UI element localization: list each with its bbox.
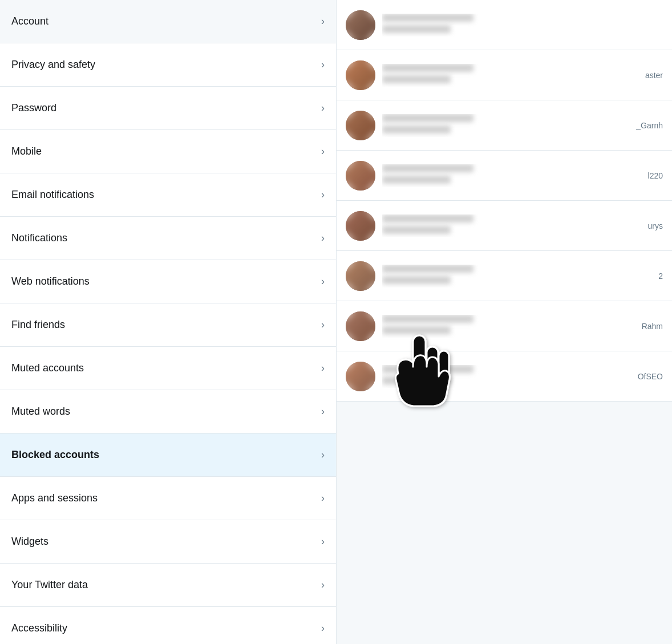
list-item: _Garnh xyxy=(337,100,672,151)
list-item: Rahm xyxy=(337,301,672,351)
menu-item-label-apps-and-sessions: Apps and sessions xyxy=(11,492,98,504)
suffix-text: OfSEO xyxy=(638,372,663,381)
avatar xyxy=(346,311,375,341)
user-info xyxy=(382,365,629,388)
menu-item-web-notifications[interactable]: Web notifications› xyxy=(0,260,336,303)
suffix-text: urys xyxy=(648,221,663,230)
menu-item-label-privacy-and-safety: Privacy and safety xyxy=(11,59,95,71)
menu-item-mobile[interactable]: Mobile› xyxy=(0,130,336,173)
blurred-handle xyxy=(382,326,451,334)
list-item: aster xyxy=(337,50,672,100)
menu-item-label-accessibility: Accessibility xyxy=(11,622,67,634)
chevron-icon-privacy-and-safety: › xyxy=(321,59,325,71)
list-item: 2 xyxy=(337,251,672,301)
user-info xyxy=(382,114,627,137)
user-info xyxy=(382,164,639,187)
menu-item-label-widgets: Widgets xyxy=(11,536,48,548)
menu-item-apps-and-sessions[interactable]: Apps and sessions› xyxy=(0,477,336,520)
suffix-text: aster xyxy=(645,71,663,80)
blurred-username xyxy=(382,365,473,373)
menu-item-accessibility[interactable]: Accessibility› xyxy=(0,607,336,644)
suffix-text: Rahm xyxy=(642,322,663,331)
avatar xyxy=(346,261,375,291)
menu-item-password[interactable]: Password› xyxy=(0,87,336,130)
chevron-icon-apps-and-sessions: › xyxy=(321,492,325,504)
user-info xyxy=(382,214,639,237)
blurred-handle xyxy=(382,226,451,234)
chevron-icon-email-notifications: › xyxy=(321,189,325,201)
suffix-text: _Garnh xyxy=(636,121,663,130)
menu-item-find-friends[interactable]: Find friends› xyxy=(0,303,336,347)
blurred-handle xyxy=(382,276,451,284)
menu-item-label-muted-words: Muted words xyxy=(11,406,70,418)
user-info xyxy=(382,14,663,37)
list-item xyxy=(337,0,672,50)
blurred-username xyxy=(382,315,473,323)
user-info xyxy=(382,315,633,338)
menu-item-label-muted-accounts: Muted accounts xyxy=(11,362,84,374)
chevron-icon-notifications: › xyxy=(321,232,325,244)
user-info xyxy=(382,265,649,287)
menu-item-blocked-accounts[interactable]: Blocked accounts› xyxy=(0,434,336,477)
menu-item-label-password: Password xyxy=(11,102,56,114)
blurred-username xyxy=(382,114,473,122)
blurred-handle xyxy=(382,125,451,133)
right-panel: aster_Garnhl220urys2RahmOfSEO xyxy=(337,0,672,644)
chevron-icon-your-twitter-data: › xyxy=(321,579,325,591)
blurred-username xyxy=(382,14,473,22)
list-item: urys xyxy=(337,201,672,251)
chevron-icon-muted-words: › xyxy=(321,406,325,418)
menu-item-label-email-notifications: Email notifications xyxy=(11,189,94,201)
avatar xyxy=(346,362,375,391)
avatar xyxy=(346,211,375,241)
chevron-icon-password: › xyxy=(321,102,325,114)
blurred-handle xyxy=(382,376,451,384)
menu-item-label-web-notifications: Web notifications xyxy=(11,276,90,287)
chevron-icon-blocked-accounts: › xyxy=(321,449,325,461)
menu-item-privacy-and-safety[interactable]: Privacy and safety› xyxy=(0,43,336,87)
menu-item-label-your-twitter-data: Your Twitter data xyxy=(11,579,88,591)
menu-item-label-mobile: Mobile xyxy=(11,145,42,157)
menu-item-email-notifications[interactable]: Email notifications› xyxy=(0,173,336,217)
blurred-handle xyxy=(382,75,451,83)
menu-item-muted-words[interactable]: Muted words› xyxy=(0,390,336,434)
menu-item-notifications[interactable]: Notifications› xyxy=(0,217,336,260)
blurred-username xyxy=(382,265,473,273)
settings-menu: Account›Privacy and safety›Password›Mobi… xyxy=(0,0,337,644)
blurred-handle xyxy=(382,176,451,184)
avatar xyxy=(346,10,375,40)
user-info xyxy=(382,64,636,87)
blurred-handle xyxy=(382,25,451,33)
chevron-icon-widgets: › xyxy=(321,536,325,548)
chevron-icon-find-friends: › xyxy=(321,319,325,331)
suffix-text: l220 xyxy=(648,171,663,180)
chevron-icon-mobile: › xyxy=(321,145,325,157)
list-item: l220 xyxy=(337,151,672,201)
chevron-icon-accessibility: › xyxy=(321,622,325,634)
menu-item-your-twitter-data[interactable]: Your Twitter data› xyxy=(0,564,336,607)
blurred-username xyxy=(382,164,473,172)
chevron-icon-account: › xyxy=(321,15,325,27)
chevron-icon-web-notifications: › xyxy=(321,276,325,287)
list-item: OfSEO xyxy=(337,351,672,402)
suffix-text: 2 xyxy=(658,272,663,281)
avatar xyxy=(346,60,375,90)
menu-item-account[interactable]: Account› xyxy=(0,0,336,43)
blurred-username xyxy=(382,64,473,72)
chevron-icon-muted-accounts: › xyxy=(321,362,325,374)
menu-item-label-blocked-accounts: Blocked accounts xyxy=(11,449,99,461)
menu-item-label-account: Account xyxy=(11,15,48,27)
menu-item-label-find-friends: Find friends xyxy=(11,319,65,331)
menu-item-widgets[interactable]: Widgets› xyxy=(0,520,336,564)
avatar xyxy=(346,111,375,140)
blurred-username xyxy=(382,214,473,222)
menu-item-muted-accounts[interactable]: Muted accounts› xyxy=(0,347,336,390)
avatar xyxy=(346,161,375,191)
menu-item-label-notifications: Notifications xyxy=(11,232,67,244)
